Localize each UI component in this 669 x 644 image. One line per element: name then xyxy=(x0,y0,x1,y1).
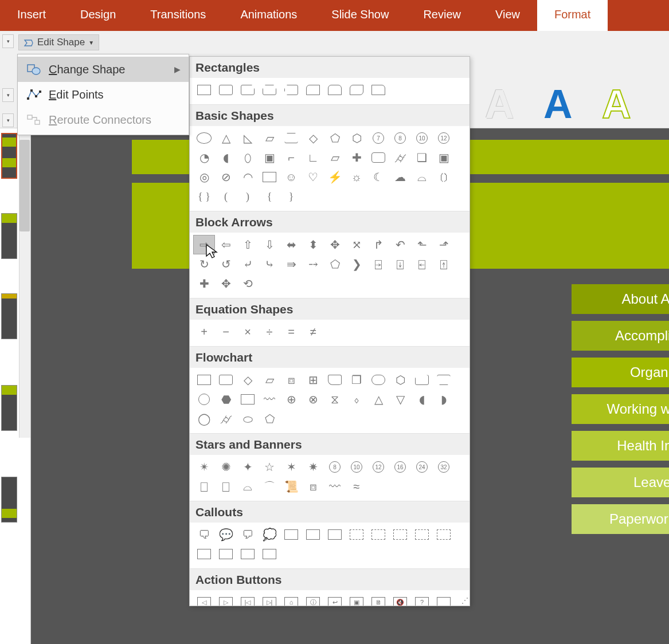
shape-action-info[interactable]: ⓘ xyxy=(302,592,324,606)
menu-edit-points[interactable]: Edit Points xyxy=(18,82,189,107)
shape-up-callout-arrow[interactable]: ⍐ xyxy=(433,254,455,274)
shape-leftup-arrow[interactable]: ⬑ xyxy=(411,235,433,254)
shape-donut[interactable]: ◎ xyxy=(193,167,215,187)
shape-callout-line1[interactable] xyxy=(280,525,302,544)
shape-rounded-rect[interactable] xyxy=(215,80,237,100)
shape-diag-stripe[interactable]: ▱ xyxy=(324,148,346,167)
shape-fc-prep[interactable]: ⬡ xyxy=(389,370,411,390)
shape-diamond[interactable]: ◇ xyxy=(302,128,324,148)
thumbnail-scrollbar-track[interactable] xyxy=(19,128,30,438)
shape-snip-3[interactable] xyxy=(280,80,302,100)
shape-fc-direct-access[interactable]: ⬭ xyxy=(237,409,259,429)
shape-callout-oval[interactable]: 🗩 xyxy=(237,525,259,544)
shape-callout-line2[interactable] xyxy=(302,525,324,544)
shape-ribbon-up[interactable]: ⎕ xyxy=(193,477,215,496)
shape-pie[interactable]: ◔ xyxy=(193,148,215,167)
shape-chord[interactable]: ◖ xyxy=(215,148,237,167)
shape-fc-alt-process[interactable] xyxy=(215,370,237,390)
ribbon-dropdown-2[interactable]: ▾ xyxy=(2,88,14,102)
shape-snip-1[interactable] xyxy=(237,80,259,100)
shape-action-help[interactable]: ? xyxy=(411,592,433,606)
shape-callout-accent4[interactable] xyxy=(259,544,280,564)
tab-design[interactable]: Design xyxy=(63,0,133,31)
shape-curved-up[interactable]: ⤶ xyxy=(237,254,259,274)
shape-horizontal-scroll[interactable]: ⧈ xyxy=(302,477,324,496)
shape-smiley[interactable]: ☺ xyxy=(280,167,302,187)
shape-callout-line4[interactable] xyxy=(346,525,367,544)
shape-star32[interactable]: 32 xyxy=(433,457,455,477)
shape-callout-line8[interactable] xyxy=(433,525,455,544)
menu-change-shape[interactable]: Change Shape ▶ xyxy=(18,57,189,82)
shape-fc-stored[interactable]: ◖ xyxy=(411,390,433,409)
shape-down-arrow[interactable]: ⇩ xyxy=(259,235,280,254)
shape-arc2[interactable]: ⌓ xyxy=(411,167,433,187)
shape-pentagon[interactable]: ⬠ xyxy=(324,128,346,148)
shape-cloud[interactable]: ☁ xyxy=(389,167,411,187)
shape-star10[interactable]: 10 xyxy=(346,457,367,477)
shape-cube[interactable]: ❑ xyxy=(411,148,433,167)
shape-half-frame[interactable]: ⌐ xyxy=(280,148,302,167)
shape-round-1[interactable] xyxy=(302,80,324,100)
slide-thumbnail-2[interactable] xyxy=(1,213,17,259)
shape-heptagon[interactable]: 7 xyxy=(367,128,389,148)
shape-callout-accent1[interactable] xyxy=(193,544,215,564)
shape-bent-arrow[interactable]: ↱ xyxy=(367,235,389,254)
shape-eq-plus[interactable]: + xyxy=(193,322,215,341)
shape-arc[interactable]: ◠ xyxy=(237,167,259,187)
slide-button-leave[interactable]: Leave Time xyxy=(572,468,669,497)
shape-fc-delay[interactable]: ◗ xyxy=(433,390,455,409)
shape-fc-document[interactable] xyxy=(324,370,346,390)
shape-tri-arrow[interactable]: ⤧ xyxy=(346,235,367,254)
slide-button-accomplishments[interactable]: Accomplishments xyxy=(572,321,669,351)
shape-left-arrow[interactable]: ⇦ xyxy=(215,235,237,254)
shape-ribbon-curved-down[interactable]: ⌒ xyxy=(259,477,280,496)
shape-right-callout-arrow[interactable]: ⍈ xyxy=(367,254,389,274)
shape-sun[interactable]: ☼ xyxy=(346,167,367,187)
shape-callout-accent3[interactable] xyxy=(237,544,259,564)
shape-ellipse[interactable] xyxy=(193,128,215,148)
shape-can[interactable]: ⌭ xyxy=(389,148,411,167)
shape-fc-card[interactable] xyxy=(237,390,259,409)
resize-grip-icon[interactable]: ⋰ xyxy=(461,596,468,604)
shape-star8[interactable]: 8 xyxy=(324,457,346,477)
shape-fc-terminator[interactable] xyxy=(367,370,389,390)
shape-fc-data[interactable]: ▱ xyxy=(259,370,280,390)
shape-down-callout-arrow[interactable]: ⍗ xyxy=(389,254,411,274)
slide-thumbnail-5[interactable] xyxy=(1,477,17,523)
shape-action-home[interactable]: ⌂ xyxy=(280,592,302,606)
shape-ribbon-down[interactable]: ⎕ xyxy=(215,477,237,496)
insert-shapes-dropdown-1[interactable]: ▾ xyxy=(2,34,14,48)
shape-fc-manual-op[interactable] xyxy=(433,370,455,390)
shape-fc-internal[interactable]: ⊞ xyxy=(302,370,324,390)
shape-parallelogram[interactable]: ▱ xyxy=(259,128,280,148)
shape-fc-or[interactable]: ⊗ xyxy=(302,390,324,409)
slide-thumbnail-4[interactable] xyxy=(1,385,17,431)
shape-fc-seq-access[interactable]: ◯ xyxy=(193,409,215,429)
shape-eq-equals[interactable]: = xyxy=(280,322,302,341)
shape-ribbon-curved-up[interactable]: ⌓ xyxy=(237,477,259,496)
shape-fc-multidoc[interactable]: ❐ xyxy=(346,370,367,390)
shape-fc-sum[interactable]: ⊕ xyxy=(280,390,302,409)
shape-fc-predef[interactable]: ⧈ xyxy=(280,370,302,390)
shape-right-bracket[interactable]: ) xyxy=(237,187,259,206)
shape-triangle[interactable]: △ xyxy=(215,128,237,148)
shape-bevel[interactable]: ▣ xyxy=(433,148,455,167)
shape-round-snip[interactable] xyxy=(367,80,389,100)
shape-folded-corner[interactable] xyxy=(259,167,280,187)
shape-action-back[interactable]: ◁ xyxy=(193,592,215,606)
shape-fc-collate[interactable]: ⧖ xyxy=(324,390,346,409)
shape-chevron[interactable]: ❯ xyxy=(346,254,367,274)
shape-quad-arrow[interactable]: ✥ xyxy=(324,235,346,254)
shape-action-forward[interactable]: ▷ xyxy=(215,592,237,606)
slide-button-organization[interactable]: Organization xyxy=(572,358,669,387)
shape-callout-line6[interactable] xyxy=(389,525,411,544)
tab-animations[interactable]: Animations xyxy=(223,0,314,31)
shape-round-2[interactable] xyxy=(324,80,346,100)
shape-heart[interactable]: ♡ xyxy=(302,167,324,187)
slide-thumbnail-3[interactable] xyxy=(1,293,17,339)
shape-no-symbol[interactable]: ⊘ xyxy=(215,167,237,187)
shape-curved-left[interactable]: ↺ xyxy=(215,254,237,274)
shape-callout-round[interactable]: 💬 xyxy=(215,525,237,544)
slide-button-paperwork[interactable]: Paperwork Process xyxy=(572,504,669,534)
shape-double-wave[interactable]: ≈ xyxy=(346,477,367,496)
